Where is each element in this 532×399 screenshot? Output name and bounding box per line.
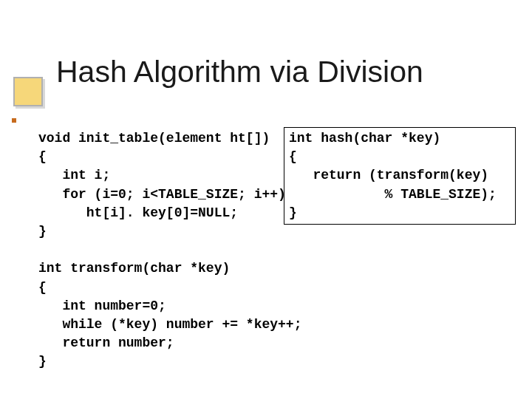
accent-square-icon <box>13 77 43 106</box>
corner-dot-icon <box>12 118 16 123</box>
slide-title: Hash Algorithm via Division <box>56 55 423 89</box>
code-block-hash-boxed: int hash(char *key) { return (transform(… <box>284 127 516 225</box>
slide: Hash Algorithm via Division void init_ta… <box>0 0 532 399</box>
